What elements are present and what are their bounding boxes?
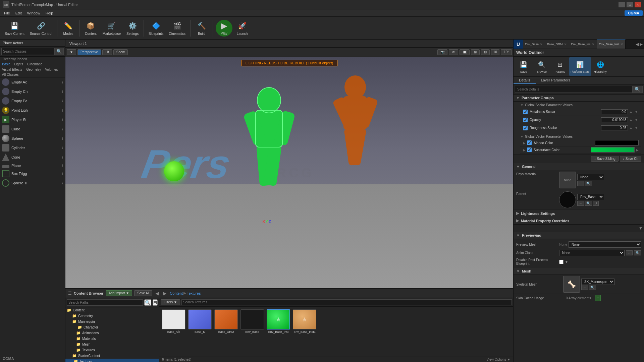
rp-params-tool[interactable]: ⊞ Params xyxy=(551,57,569,76)
cb-forward-button[interactable]: ▶ xyxy=(162,291,168,296)
previewing-section-header[interactable]: ▼ Previewing xyxy=(514,232,644,239)
subsurface-color-swatch[interactable] xyxy=(591,147,635,153)
toolbar-blueprints[interactable]: 🔷 Blueprints xyxy=(147,18,165,38)
cb-tree-textures-mannequin[interactable]: 📁 Textures xyxy=(65,347,159,353)
albedo-expand[interactable]: ▶ xyxy=(523,141,526,145)
toolbar-cinematics[interactable]: 🎬 Cinematics xyxy=(167,18,187,38)
parent-search-btn[interactable]: 🔍 xyxy=(585,201,592,206)
minimize-button[interactable]: ─ xyxy=(619,2,625,7)
actor-item-empty-ch[interactable]: Empty Ch ℹ xyxy=(0,87,65,96)
rp-browse-tool[interactable]: 🔍 Browse xyxy=(533,57,550,76)
toolbar-marketplace[interactable]: 🛒 Marketplace xyxy=(101,18,123,38)
collapse-arrow[interactable]: ▼ xyxy=(639,226,643,231)
mat-property-header[interactable]: ▶ Material Property Overrides xyxy=(514,217,644,225)
anim-class-left-btn[interactable]: ← xyxy=(626,250,633,255)
toolbar-settings[interactable]: ⚙️ Settings xyxy=(124,18,141,38)
parent-arrow-btn[interactable]: ← xyxy=(577,201,584,206)
cb-tree-materials[interactable]: 📁 Materials xyxy=(65,336,159,342)
cb-tree-mesh[interactable]: 📁 Mesh xyxy=(65,342,159,347)
cb-tree-content[interactable]: 📁 Content xyxy=(65,307,159,313)
cb-tree-mannequin[interactable]: 📁 Mannequin xyxy=(65,319,159,324)
vp-surface-btn[interactable]: ⊟ xyxy=(481,49,490,55)
general-section-header[interactable]: ▼ General xyxy=(514,163,644,170)
save-sibling-button[interactable]: ↓ Save Sibling xyxy=(591,156,618,162)
cb-view-options-button[interactable]: ⊞ xyxy=(153,299,158,306)
rp-tab-env-base-ins-close[interactable]: ✕ xyxy=(592,43,595,46)
opacity-down[interactable]: ▼ xyxy=(634,118,639,122)
actor-item-sphere[interactable]: Sphere ℹ xyxy=(0,134,65,143)
actor-item-point-light[interactable]: 💡 Point Ligh ℹ xyxy=(0,106,65,115)
vp-show-btn[interactable]: Show xyxy=(113,49,128,55)
metalness-scalar-down[interactable]: ▼ xyxy=(634,110,639,114)
rp-tab-right-btn[interactable]: ▶ xyxy=(640,42,643,47)
cat-tab-geometry[interactable]: Geometry xyxy=(24,67,43,72)
global-scalar-header[interactable]: ▼ Global Scalar Parameter Values xyxy=(520,102,641,108)
rp-tab-base-orm-close[interactable]: ✕ xyxy=(564,43,567,46)
toolbar-modes[interactable]: ✏️ Modes xyxy=(60,18,77,38)
rp-tab-env-base-close[interactable]: ✕ xyxy=(540,43,543,46)
cb-item-env-base-inst1[interactable]: ★ Env_Base_Inst1 xyxy=(293,309,316,334)
lightmass-settings-header[interactable]: ▶ Lightmass Settings xyxy=(514,210,644,217)
actor-item-box-trigg[interactable]: Box Trigg ℹ xyxy=(0,169,65,178)
cb-breadcrumb-textures[interactable]: Textures xyxy=(187,291,201,295)
dp-tab-details[interactable]: Details xyxy=(514,77,536,84)
rp-tab-left-btn[interactable]: ◀ xyxy=(636,42,639,47)
menu-edit[interactable]: Edit xyxy=(13,10,24,16)
actor-item-plane[interactable]: Plane ℹ xyxy=(0,162,65,169)
phys-material-select[interactable]: None xyxy=(577,174,604,180)
cb-filters-button[interactable]: Filters ▼ xyxy=(161,299,180,305)
cb-search-textures-input[interactable] xyxy=(181,299,512,305)
actor-item-empty-ac[interactable]: Empty Ac ℹ xyxy=(0,77,65,87)
parent-select[interactable]: Env_Base xyxy=(577,194,604,200)
toolbar-play[interactable]: ▶ Play xyxy=(216,20,232,37)
preview-mesh-select[interactable]: None xyxy=(569,241,641,248)
toolbar-build[interactable]: 🔨 Build xyxy=(193,18,210,38)
actor-item-cylinder[interactable]: Cylinder ℹ xyxy=(0,143,65,153)
cb-item-base-orm[interactable]: Base_ORM xyxy=(214,309,238,334)
roughness-scalar-down[interactable]: ▼ xyxy=(634,126,639,130)
close-button[interactable]: ✕ xyxy=(635,2,641,7)
cb-search-paths-input[interactable] xyxy=(67,299,143,306)
cb-tree-animations[interactable]: 📁 Animations xyxy=(65,330,159,336)
dp-search-button[interactable]: 🔍 xyxy=(632,86,643,93)
opacity-input[interactable] xyxy=(601,117,628,122)
viewport-tab-1[interactable]: Viewport 1 xyxy=(65,40,91,47)
skeletal-mesh-arrow-btn[interactable]: ← xyxy=(581,285,588,290)
viewport-area[interactable]: RRCG Pers LIGHTING NEEDS TO BE REBUILT (… xyxy=(65,57,513,288)
mesh-section-header[interactable]: ▼ Mesh xyxy=(514,268,644,275)
toolbar-content[interactable]: 📦 Content xyxy=(83,18,99,38)
menu-window[interactable]: Window xyxy=(24,10,43,16)
subsurface-color-checkbox[interactable] xyxy=(527,147,532,152)
cat-tab-all[interactable]: All Classes xyxy=(0,72,20,77)
toolbar-launch[interactable]: 🚀 Launch xyxy=(234,18,251,38)
subsurface-color-arrow[interactable]: ▶ xyxy=(636,148,639,152)
save-ch-button[interactable]: ↓ Save Ch xyxy=(620,156,641,162)
dp-tab-layer-params[interactable]: Layer Parameters xyxy=(536,77,576,84)
anim-class-search-btn[interactable]: 🔍 xyxy=(634,250,641,255)
roughness-scalar-checkbox[interactable] xyxy=(523,126,528,130)
vp-angle-btn[interactable]: 10° xyxy=(501,49,512,55)
cb-save-all-button[interactable]: Save All xyxy=(134,290,152,296)
cb-tree-character[interactable]: 📁 Character xyxy=(65,324,159,330)
vp-camera-btn[interactable]: 📷 xyxy=(437,49,447,55)
vp-mode-btn[interactable]: ▼ xyxy=(67,49,76,55)
albedo-color-swatch[interactable] xyxy=(595,140,639,145)
cb-item-base-n[interactable]: Base_N xyxy=(188,309,212,334)
rp-platform-stats-tool[interactable]: 📊 Platform Stats xyxy=(569,57,591,76)
roughness-scalar-up[interactable]: ▲ xyxy=(629,126,633,130)
rp-tab-env-base-inst[interactable]: Env_Base_Inst✕ xyxy=(597,40,626,49)
opacity-checkbox[interactable] xyxy=(523,118,528,122)
roughness-scalar-input[interactable] xyxy=(601,125,628,130)
maximize-button[interactable]: □ xyxy=(627,2,633,7)
param-groups-header[interactable]: ▼ Parameter Groups xyxy=(514,95,644,102)
menu-help[interactable]: Help xyxy=(43,10,56,16)
rp-save-tool[interactable]: 💾 Save xyxy=(515,57,532,76)
cat-tab-cinematic[interactable]: Cinematic xyxy=(25,62,44,67)
metalness-scalar-checkbox[interactable] xyxy=(523,110,528,114)
metalness-scalar-up[interactable]: ▲ xyxy=(629,110,633,114)
cat-tab-lights[interactable]: Lights xyxy=(12,62,25,67)
parent-refresh-btn[interactable]: ↺ xyxy=(593,201,599,206)
rp-tab-env-base-ins[interactable]: Env_Base_Ins✕ xyxy=(569,40,597,49)
actor-item-cone[interactable]: Cone ℹ xyxy=(0,153,65,162)
cb-tree-textures[interactable]: 📁 Textures xyxy=(65,359,159,362)
